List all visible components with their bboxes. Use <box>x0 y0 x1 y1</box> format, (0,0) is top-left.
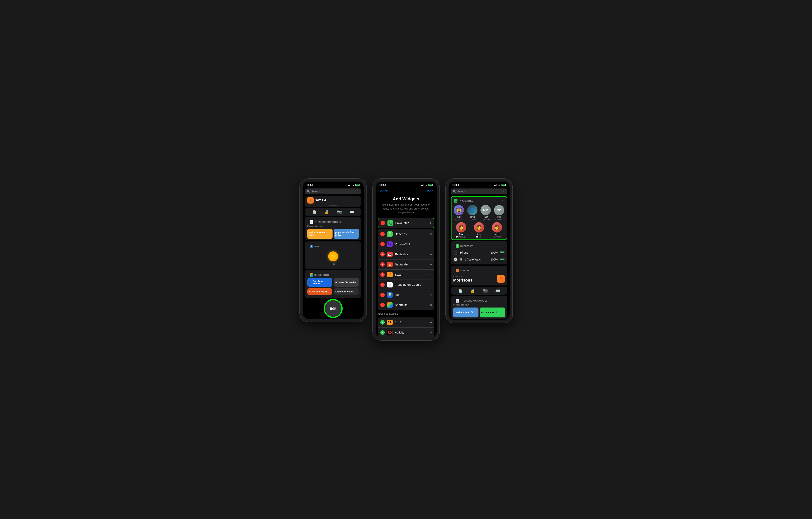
status-time-1: 14:59 <box>307 184 313 187</box>
contact-tony[interactable]: 🤠 tony 📞 mobile <box>453 205 465 221</box>
widget-item-1111[interactable]: + 🗺 1.1.1.1 ≡ <box>378 318 434 328</box>
widget-item-trending[interactable]: − G Trending on Google ≡ <box>378 280 434 290</box>
widget-item-batteries[interactable]: − 🔋 Batteries ≡ <box>378 229 434 239</box>
iphone-battery-indicator <box>500 251 505 254</box>
protonvpn-drag[interactable]: ≡ <box>430 243 432 246</box>
fav-title-3: FAVOURITES <box>459 199 473 202</box>
trending-card-1b: pope francis lord prayer <box>334 229 359 239</box>
search-bar-1[interactable]: 🔍 Search 🎙 <box>305 189 361 194</box>
trending-chevron-3[interactable]: › <box>502 299 502 302</box>
battery-row-iphone: 📱 iPhone 100% <box>453 249 505 256</box>
contact-mum-mm[interactable]: MM Mum 📞 mobile <box>480 205 491 221</box>
shortcut-share-icon: ▶ <box>336 281 337 284</box>
contact-anna-mail[interactable]: 👩 Anna ✉️ Mail <box>473 222 485 238</box>
contact-name-jared: Jared <box>470 216 475 218</box>
cancel-button[interactable]: Cancel <box>379 189 389 193</box>
hue-icon-1: 💡 <box>310 245 313 248</box>
widget-item-activity[interactable]: + ⭕ Activity ≡ <box>378 328 434 337</box>
trending-title-1: TRENDING ON GOOGLE <box>315 221 342 223</box>
shortcut-run-frames-icon: 📞 <box>309 281 312 284</box>
remove-trending-btn[interactable]: − <box>380 282 385 287</box>
quick-action-lock[interactable]: 🔒 <box>324 210 329 214</box>
remove-swarm-btn[interactable]: − <box>380 272 385 277</box>
remove-shortcuts-btn[interactable]: − <box>380 303 385 307</box>
widget-item-favourites[interactable]: − 📞 Favourites ≡ <box>378 218 434 228</box>
edit-circle-button[interactable]: Edit <box>324 300 342 318</box>
remove-favourites-btn[interactable]: − <box>381 221 385 225</box>
santander-drag[interactable]: ≡ <box>430 263 432 266</box>
shortcut-airdrop-label: AirDrop screen... <box>312 291 329 293</box>
contact-name-mum-mm: Mum <box>484 216 488 218</box>
quick-action-camera[interactable]: 📷 <box>337 210 342 214</box>
wifi-icon-1: ▲ <box>352 184 354 186</box>
remove-santander-btn[interactable]: − <box>380 262 385 267</box>
quick-action-camera-3[interactable]: 📷 <box>483 288 488 293</box>
shortcut-run-frames[interactable]: 📞 Run Apple Frames <box>307 278 332 287</box>
contact-type-tony: 📞 mobile <box>455 219 463 221</box>
hue-chevron-1[interactable]: › <box>356 245 356 248</box>
quick-action-lock-3[interactable]: 🔒 <box>470 288 475 293</box>
widget-item-hue[interactable]: − 💡 Hue ≡ <box>378 290 434 300</box>
widget-item-swarm[interactable]: − 📍 Swarm ≡ <box>378 270 434 280</box>
contact-anna-iphone[interactable]: 👩 Anna 📞 iPhone <box>491 222 503 238</box>
iphone-battery-pct: 100% <box>491 251 498 254</box>
swarm-drag[interactable]: ≡ <box>430 273 432 276</box>
phone-2-screen: 14:59 ▲ Cancel <box>376 182 437 337</box>
batteries-icon: 🔋 <box>387 231 393 237</box>
shortcuts-chevron-1[interactable]: › <box>356 274 356 276</box>
quick-action-cupcake-3[interactable]: 🧁 <box>458 288 463 293</box>
quick-action-keyboard-3[interactable]: ⌨️ <box>495 288 500 293</box>
quick-action-keyboard[interactable]: ⌨️ <box>349 210 354 214</box>
iphone-device-name: iPhone <box>460 251 489 254</box>
batteries-header-3: 🔋 BATTERIES <box>453 243 505 249</box>
watch-battery-indicator <box>500 258 505 261</box>
trending-chevron-1[interactable]: › <box>356 221 356 223</box>
trending-card-1a: wetherspoons pubs <box>307 229 332 239</box>
search-bar-3[interactable]: 🔍 Search 🎙 <box>451 189 507 194</box>
done-button[interactable]: Done <box>426 189 433 193</box>
contact-name-mum-md: Mum <box>497 216 501 218</box>
widget-item-protonvpn[interactable]: − 🛡 ProtonVPN ≡ <box>378 239 434 249</box>
fav-chevron-3[interactable]: ⌄ <box>497 199 499 202</box>
contact-mum-md[interactable]: MD Mum 📞 mobile <box>493 205 505 221</box>
1111-name: 1.1.1.1 <box>395 321 428 324</box>
shortcut-share-file[interactable]: ▶ Share file nearby <box>334 278 359 287</box>
trending-card-3b: off licences uk <box>480 307 505 318</box>
mic-icon-1: 🎙 <box>356 190 359 193</box>
edit-button-area: Edit <box>302 300 364 318</box>
widget-item-fantastical[interactable]: − 📅 Fantastical ≡ <box>378 249 434 260</box>
widget-item-santander[interactable]: − 🔥 Santander ≡ <box>378 260 434 270</box>
swarm-app-row-1: 📍 SWARM <box>305 196 361 205</box>
shortcuts-drag[interactable]: ≡ <box>430 303 432 306</box>
shortcut-combine[interactable]: Combine screens... <box>334 288 359 295</box>
santander-icon: 🔥 <box>387 262 393 267</box>
trending-drag[interactable]: ≡ <box>430 283 432 286</box>
trending-cards-3: markets ftse 100 off licences uk <box>453 307 505 318</box>
batteries-widget-3: 🔋 BATTERIES 📱 iPhone 100% ⌚ <box>451 241 507 265</box>
contact-jared[interactable]: 👤 Jared 📞 mobile <box>467 205 478 221</box>
quick-action-cupcake[interactable]: 🧁 <box>312 210 317 214</box>
status-icons-3: ▲ <box>494 184 505 186</box>
contact-anna-messages[interactable]: 👩 Anna 💬 Messages <box>456 222 467 238</box>
fantastical-name: Fantastical <box>395 252 428 256</box>
remove-batteries-btn[interactable]: − <box>380 232 385 236</box>
shortcut-airdrop[interactable]: ✦ AirDrop screen... <box>307 288 332 295</box>
add-1111-btn[interactable]: + <box>380 320 385 325</box>
batteries-drag[interactable]: ≡ <box>430 233 432 236</box>
hue-content-1: ☀️ Hue <box>307 249 359 267</box>
remove-protonvpn-btn[interactable]: − <box>380 242 385 246</box>
hue-drag[interactable]: ≡ <box>430 293 432 296</box>
hue-widget-1: 💡 HUE › ☀️ Hue <box>305 241 361 269</box>
favourites-drag[interactable]: ≡ <box>430 221 431 225</box>
swarm-checkin-content: Check in at Morrisons 📍 <box>453 274 505 284</box>
fantastical-drag[interactable]: ≡ <box>430 253 432 256</box>
remove-fantastical-btn[interactable]: − <box>380 252 385 256</box>
remove-hue-btn[interactable]: − <box>380 293 385 297</box>
phone-1-screen: 14:59 ▲ 🔍 <box>302 182 364 319</box>
swarm-name-1: SWARM <box>315 199 326 202</box>
1111-icon: 🗺 <box>387 320 393 325</box>
contact-name-tony: tony <box>457 216 461 218</box>
add-activity-btn[interactable]: + <box>380 330 385 335</box>
phones-container: 14:59 ▲ 🔍 <box>299 179 513 340</box>
widget-item-shortcuts[interactable]: − Shortcuts ≡ <box>378 300 434 310</box>
